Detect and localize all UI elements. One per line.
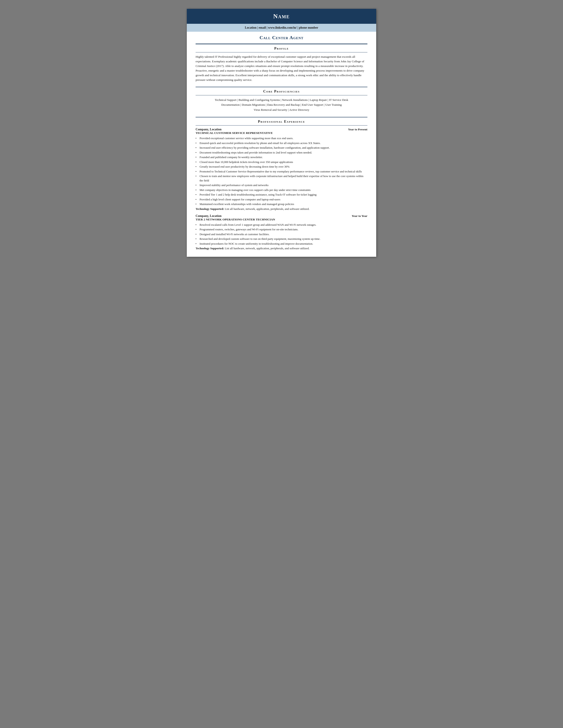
exp-bullets-2: Resolved escalated calls from Level 1 su… bbox=[196, 223, 367, 246]
bullet-1-6: Closed more than 10,000 helpdesk tickets… bbox=[196, 160, 367, 164]
exp-jobtitle-2: TIER 2 NETWORK OPERATIONS CENTER TECHNIC… bbox=[196, 218, 367, 221]
candidate-name: Name bbox=[196, 13, 367, 20]
tech-supported-text-1: List all hardware, network, application,… bbox=[225, 207, 309, 211]
proficiencies-divider bbox=[196, 95, 367, 95]
bullet-2-2: Programmed routers, switches, gateways a… bbox=[196, 227, 367, 232]
exp-dates-2: Year to Year bbox=[352, 214, 367, 218]
bullet-1-4: Document troubleshooting steps taken and… bbox=[196, 150, 367, 155]
bullet-1-1: Provided exceptional customer service wh… bbox=[196, 136, 367, 140]
tech-supported-label-2: Technology Supported: bbox=[196, 247, 224, 250]
exp-company-2: Company, Location bbox=[196, 214, 221, 218]
contact-info: Location | email | www.linkedin.com/in/ … bbox=[196, 26, 367, 30]
bullet-2-5: Instituted procedures for NOC to create … bbox=[196, 242, 367, 246]
proficiency-line-1: Technical Support | Building and Configu… bbox=[196, 98, 367, 103]
core-proficiencies-section: Core Proficiencies Technical Support | B… bbox=[187, 87, 376, 116]
header-contact-bar: Location | email | www.linkedin.com/in/ … bbox=[187, 24, 376, 32]
experience-title: Professional Experience bbox=[258, 120, 305, 123]
tech-supported-2: Technology Supported: List all hardware,… bbox=[196, 247, 367, 250]
job-title-section: Call Center Agent bbox=[187, 32, 376, 42]
bullet-2-4: Researched and developed custom software… bbox=[196, 237, 367, 241]
bullet-1-13: Provided a high level client support for… bbox=[196, 197, 367, 202]
exp-dates-1: Year to Present bbox=[348, 128, 367, 131]
bullet-1-5: Founded and published company bi-weekly … bbox=[196, 155, 367, 159]
bullet-1-9: Chosen to train and mentor new employees… bbox=[196, 174, 367, 183]
professional-experience-section: Professional Experience Company, Locatio… bbox=[187, 117, 376, 257]
bullet-2-1: Resolved escalated calls from Level 1 su… bbox=[196, 223, 367, 227]
profile-section: Profile Highly talented IT Professional … bbox=[187, 44, 376, 85]
profile-header: Profile bbox=[196, 46, 367, 50]
proficiency-line-2: Documentation | Domain Migrations | Data… bbox=[196, 102, 367, 107]
profile-text: Highly talented IT Professional highly r… bbox=[196, 55, 367, 82]
exp-jobtitle-1: TECHNICAL CUSTOMER SERVICE REPRESENTATIV… bbox=[196, 131, 367, 135]
experience-divider bbox=[196, 125, 367, 126]
proficiencies-header: Core Proficiencies bbox=[196, 89, 367, 93]
bullet-1-2: Ensured quick and successful problem res… bbox=[196, 141, 367, 145]
exp-header-row-2: Company, Location Year to Year bbox=[196, 214, 367, 218]
exp-bullets-1: Provided exceptional customer service wh… bbox=[196, 136, 367, 206]
exp-company-1: Company, Location bbox=[196, 128, 221, 131]
resume-document: Name Location | email | www.linkedin.com… bbox=[187, 9, 376, 257]
bullet-1-14: Maintained excellent work relationships … bbox=[196, 202, 367, 206]
job-title: Call Center Agent bbox=[196, 35, 367, 41]
header-name-bar: Name bbox=[187, 9, 376, 24]
tech-supported-1: Technology Supported: List all hardware,… bbox=[196, 207, 367, 211]
experience-entry-2: Company, Location Year to Year TIER 2 NE… bbox=[196, 214, 367, 250]
bullet-1-7: Greatly increased end user productivity … bbox=[196, 164, 367, 169]
proficiencies-lines: Technical Support | Building and Configu… bbox=[196, 98, 367, 113]
bullet-1-10: Improved stability and performance of sy… bbox=[196, 183, 367, 187]
tech-supported-text-2: List all hardware, network, application,… bbox=[225, 247, 309, 250]
bullet-1-12: Provided Tier 1 and 2 help desk troubles… bbox=[196, 192, 367, 197]
bullet-1-3: Increased end user efficiency by providi… bbox=[196, 146, 367, 150]
bullet-1-11: Met company objectives in managing over … bbox=[196, 188, 367, 192]
experience-header: Professional Experience bbox=[196, 120, 367, 124]
tech-supported-label-1: Technology Supported: bbox=[196, 207, 224, 211]
bullet-2-3: Designed and installed Wi-Fi networks at… bbox=[196, 232, 367, 237]
exp-header-row-1: Company, Location Year to Present bbox=[196, 128, 367, 131]
experience-entry-1: Company, Location Year to Present TECHNI… bbox=[196, 128, 367, 211]
bullet-1-8: Promoted to Technical Customer Service R… bbox=[196, 169, 367, 174]
proficiency-line-3: Virus Removal and Security | Active Dire… bbox=[196, 107, 367, 113]
proficiencies-title: Core Proficiencies bbox=[263, 89, 300, 93]
profile-title: Profile bbox=[274, 46, 289, 50]
